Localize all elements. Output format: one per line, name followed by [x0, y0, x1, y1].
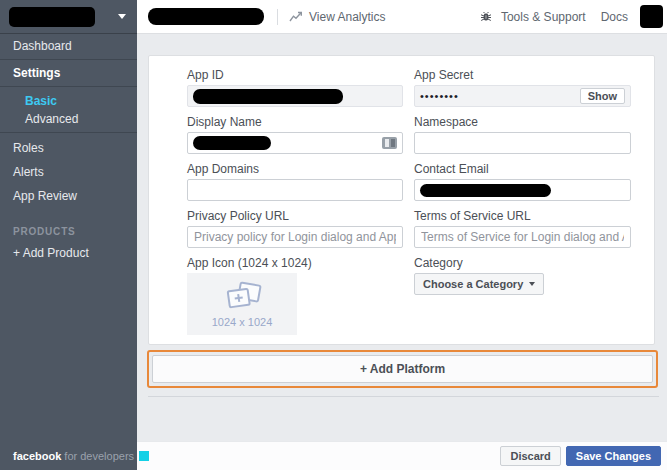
field-app-id: App ID [187, 69, 403, 107]
facebook-logo: facebook [13, 450, 61, 462]
sidebar-divider [0, 59, 137, 60]
category-dropdown-value: Choose a Category [423, 278, 523, 290]
app-secret-label: App Secret [414, 69, 631, 82]
chevron-down-icon [529, 282, 535, 286]
topbar-divider [277, 9, 278, 25]
analytics-trend-icon [289, 11, 303, 23]
show-app-secret-button[interactable]: Show [580, 88, 625, 104]
field-privacy-policy: Privacy Policy URL [187, 210, 403, 248]
bug-icon[interactable] [480, 11, 492, 23]
sidebar: Dashboard Settings Basic Advanced Roles … [0, 0, 137, 470]
display-name-label: Display Name [187, 116, 403, 129]
docs-link[interactable]: Docs [601, 10, 628, 24]
display-name-input[interactable] [187, 132, 403, 154]
contact-email-label: Contact Email [414, 163, 631, 176]
sidebar-divider [0, 86, 137, 87]
sidebar-divider [0, 132, 137, 133]
redacted-app-id [193, 89, 343, 104]
app-secret-field: •••••••• Show [414, 85, 631, 107]
field-app-secret: App Secret •••••••• Show [414, 69, 631, 107]
view-analytics-label: View Analytics [309, 10, 385, 24]
namespace-input[interactable] [414, 132, 631, 154]
footer-action-bar: Discard Save Changes [137, 441, 667, 470]
sidebar-item-settings[interactable]: Settings [0, 61, 137, 85]
app-domains-input[interactable] [187, 179, 403, 201]
tools-support-link[interactable]: Tools & Support [501, 10, 586, 24]
privacy-policy-input[interactable] [187, 226, 403, 248]
app-id-label: App ID [187, 69, 403, 82]
app-icon-label: App Icon (1024 x 1024) [187, 257, 403, 270]
discard-button[interactable]: Discard [500, 446, 560, 466]
category-label: Category [414, 257, 631, 270]
app-id-field [187, 85, 403, 107]
namespace-label: Namespace [414, 116, 631, 129]
topbar-right-group: Tools & Support Docs [480, 5, 667, 28]
add-image-icon [219, 280, 265, 314]
terms-of-service-input[interactable] [414, 226, 631, 248]
sidebar-item-app-review[interactable]: App Review [0, 184, 137, 208]
app-domains-label: App Domains [187, 163, 403, 176]
field-display-name: Display Name [187, 116, 403, 154]
sidebar-item-dashboard[interactable]: Dashboard [0, 34, 137, 58]
section-divider [148, 396, 659, 397]
app-icon-upload-area[interactable]: 1024 x 1024 [187, 273, 297, 335]
redacted-contact-email [420, 184, 551, 197]
sidebar-item-settings-basic[interactable]: Basic [0, 92, 137, 110]
sidebar-item-alerts[interactable]: Alerts [0, 160, 137, 184]
sidebar-item-settings-advanced[interactable]: Advanced [0, 110, 137, 128]
brand-cyan-square [139, 451, 149, 461]
contact-email-input[interactable] [414, 179, 631, 201]
app-switcher[interactable] [0, 0, 137, 34]
redacted-app-title [148, 8, 264, 25]
category-dropdown[interactable]: Choose a Category [414, 273, 544, 295]
sidebar-products-header: PRODUCTS [0, 222, 137, 241]
field-category: Category Choose a Category [414, 257, 631, 335]
redacted-display-name [193, 136, 271, 150]
field-app-icon: App Icon (1024 x 1024) 1024 x 1024 [187, 257, 403, 335]
avatar[interactable] [640, 5, 663, 28]
field-terms-of-service: Terms of Service URL [414, 210, 631, 248]
add-platform-button[interactable]: + Add Platform [152, 355, 653, 383]
topbar: View Analytics Tools & Support Docs [137, 0, 667, 34]
chevron-down-icon [118, 14, 126, 19]
save-changes-button[interactable]: Save Changes [566, 446, 661, 466]
input-method-icon[interactable] [382, 137, 397, 149]
annotation-highlight: + Add Platform [147, 350, 658, 388]
view-analytics-link[interactable]: View Analytics [289, 10, 385, 24]
terms-of-service-label: Terms of Service URL [414, 210, 631, 223]
basic-settings-card: App ID App Secret •••••••• Show Display … [148, 55, 655, 345]
redacted-app-name [9, 7, 95, 27]
field-app-domains: App Domains [187, 163, 403, 201]
field-namespace: Namespace [414, 116, 631, 154]
privacy-policy-label: Privacy Policy URL [187, 210, 403, 223]
app-settings-screen: Dashboard Settings Basic Advanced Roles … [0, 0, 667, 470]
app-icon-size-hint: 1024 x 1024 [212, 316, 273, 328]
sidebar-item-roles[interactable]: Roles [0, 134, 137, 160]
brand-footer: facebook for developers [13, 450, 149, 462]
sidebar-item-add-product[interactable]: + Add Product [0, 241, 137, 265]
field-contact-email: Contact Email [414, 163, 631, 201]
app-secret-masked-value: •••••••• [420, 91, 580, 102]
